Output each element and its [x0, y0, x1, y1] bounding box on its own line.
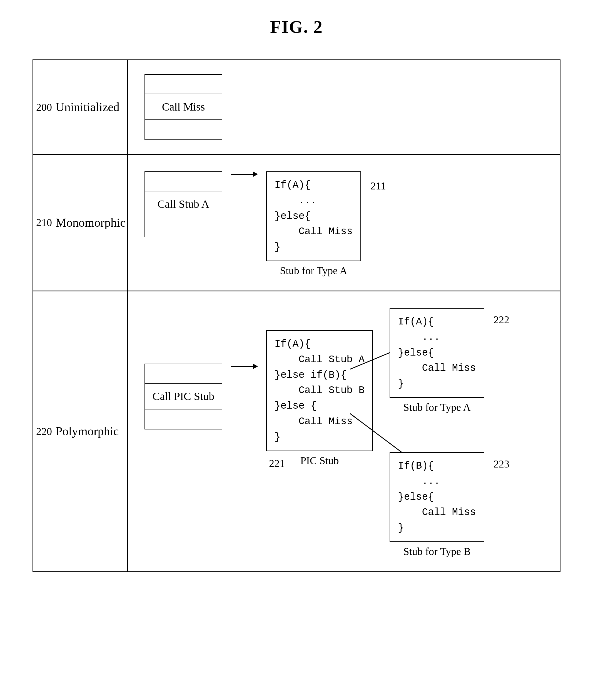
callsite-top-poly	[145, 364, 222, 384]
code-line-1: If(A){	[275, 177, 353, 193]
row-monomorphic: 210 Monomorphic Call Stub A If	[33, 155, 560, 291]
arrow-head-mono	[253, 171, 258, 177]
stub-type-a-poly-label: Stub for Type A	[403, 401, 471, 413]
pic-line-6: Call Miss	[275, 414, 365, 429]
row-polymorphic: 220 Polymorphic Call PIC Stub	[33, 291, 560, 571]
stub-type-a-mono-container: If(A){ ... }else{ Call Miss } Stub for T…	[266, 171, 361, 277]
content-monomorphic: Call Stub A If(A){ ... }else{ Cal	[128, 155, 560, 291]
callsite-top-mono	[145, 172, 222, 192]
pic-line-3: }else if(B){	[275, 368, 365, 383]
ref-223: 223	[493, 458, 509, 470]
stub-type-a-poly: If(A){ ... }else{ Call Miss } Stub for T…	[390, 308, 484, 413]
stub-type-a-mono-label: Stub for Type A	[280, 264, 347, 277]
code-line-3: }else{	[275, 209, 353, 224]
pic-stub: If(A){ Call Stub A }else if(B){ Call Stu…	[266, 330, 373, 467]
poly-a-line-3: }else{	[398, 345, 476, 361]
stub-type-b-poly: If(B){ ... }else{ Call Miss } Stub for T…	[390, 452, 484, 558]
code-line-4: Call Miss	[275, 224, 353, 240]
ref-211: 211	[370, 180, 386, 192]
arrow-line-mono	[231, 174, 253, 175]
label-uninitialized-text: Uninitialized	[55, 100, 119, 114]
stub-type-b-poly-code: If(B){ ... }else{ Call Miss }	[390, 452, 484, 542]
stub-type-a-poly-code: If(A){ ... }else{ Call Miss }	[390, 308, 484, 398]
pic-stub-code: If(A){ Call Stub A }else if(B){ Call Stu…	[266, 330, 373, 451]
poly-right-stubs: If(A){ ... }else{ Call Miss } Stub for T…	[390, 308, 484, 558]
arrow-head-poly	[253, 364, 258, 369]
poly-b-line-5: }	[398, 520, 476, 536]
arrow-mono-shape	[231, 171, 258, 177]
content-polymorphic: Call PIC Stub If(A){	[128, 291, 560, 571]
callsite-box-poly-wrapper: Call PIC Stub	[145, 364, 222, 429]
arrow-mono	[222, 171, 266, 177]
pic-stub-label: PIC Stub	[301, 454, 339, 467]
callsite-bot-mono	[145, 217, 222, 237]
arrow-poly-shape	[231, 364, 258, 369]
content-uninitialized: Call Miss	[128, 60, 560, 154]
poly-a-line-5: }	[398, 376, 476, 392]
main-diagram: 200 Uninitialized Call Miss 210 Monomorp…	[33, 59, 560, 572]
stub-type-a-poly-container: If(A){ ... }else{ Call Miss } Stub for T…	[390, 308, 484, 413]
label-uninitialized: 200 Uninitialized	[33, 60, 128, 154]
row-uninitialized: 200 Uninitialized Call Miss	[33, 60, 560, 155]
stub-type-b-poly-label: Stub for Type B	[403, 545, 471, 558]
callsite-mid-mono: Call Stub A	[145, 192, 222, 217]
poly-b-line-4: Call Miss	[398, 505, 476, 520]
poly-b-line-3: }else{	[398, 489, 476, 505]
callsite-box-poly: Call PIC Stub	[145, 364, 222, 429]
figure-title: FIG. 2	[270, 17, 323, 37]
label-polymorphic: 220 Polymorphic	[33, 291, 128, 571]
arrow-poly	[222, 364, 266, 369]
poly-b-line-1: If(B){	[398, 458, 476, 474]
arrow-line-poly	[231, 366, 253, 367]
poly-a-line-4: Call Miss	[398, 361, 476, 376]
callsite-bot-poly	[145, 409, 222, 429]
callsite-bot-uninitialized	[145, 120, 222, 139]
poly-b-line-2: ...	[398, 474, 476, 489]
ref-200: 200	[36, 101, 52, 113]
callsite-mid-uninitialized: Call Miss	[145, 94, 222, 120]
pic-line-4: Call Stub B	[275, 383, 365, 398]
pic-stub-wrapper: If(A){ Call Stub A }else if(B){ Call Stu…	[266, 330, 373, 467]
callsite-mid-poly: Call PIC Stub	[145, 384, 222, 409]
poly-a-line-2: ...	[398, 330, 476, 345]
stub-type-b-poly-container: If(B){ ... }else{ Call Miss } Stub for T…	[390, 452, 484, 558]
code-line-5: }	[275, 240, 353, 255]
ref-210: 210	[36, 216, 52, 229]
poly-a-line-1: If(A){	[398, 314, 476, 330]
stub-type-a-mono: If(A){ ... }else{ Call Miss } Stub for T…	[266, 171, 361, 277]
pic-line-1: If(A){	[275, 336, 365, 352]
callsite-box-monomorphic: Call Stub A	[145, 171, 222, 237]
pic-line-2: Call Stub A	[275, 352, 365, 368]
poly-content: Call PIC Stub If(A){	[145, 308, 543, 558]
ref-220: 220	[36, 425, 52, 438]
label-polymorphic-text: Polymorphic	[55, 424, 119, 438]
pic-line-5: }else {	[275, 398, 365, 414]
ref-222: 222	[493, 314, 509, 326]
label-monomorphic: 210 Monomorphic	[33, 155, 128, 291]
stub-type-a-mono-code: If(A){ ... }else{ Call Miss }	[266, 171, 361, 261]
callsite-box-uninitialized: Call Miss	[145, 74, 222, 140]
pic-line-7: }	[275, 429, 365, 445]
callsite-top-uninitialized	[145, 75, 222, 94]
ref-221: 221	[269, 457, 285, 469]
label-monomorphic-text: Monomorphic	[55, 215, 126, 230]
code-line-2: ...	[275, 193, 353, 209]
